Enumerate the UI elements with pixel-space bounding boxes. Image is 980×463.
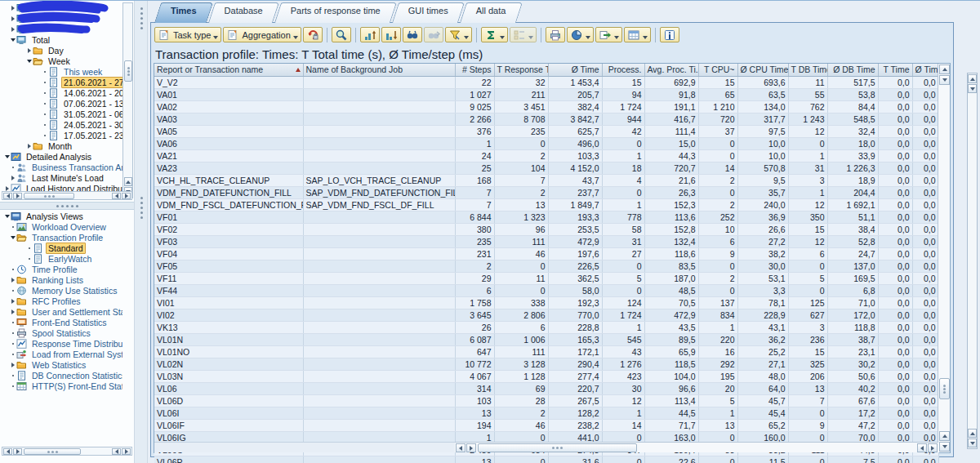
transaction-name-cell[interactable]: VI01 (154, 296, 303, 309)
grid-cell[interactable]: 27,1 (737, 358, 788, 370)
grid-cell[interactable]: 0,0 (912, 296, 938, 309)
workload-tree-item[interactable]: 14.06.2021 - 20.0 (2, 87, 122, 98)
grid-cell[interactable]: 0,0 (878, 370, 912, 382)
grid-cell[interactable]: 1 (698, 321, 737, 333)
transaction-name-cell[interactable]: VL06 (154, 382, 303, 394)
content-scroll-down-button[interactable] (968, 84, 977, 93)
expand-arrow-icon[interactable] (9, 27, 16, 32)
grid-cell[interactable]: 33,9 (827, 149, 878, 162)
grid-cell[interactable]: 46 (494, 247, 548, 260)
grid-cell[interactable]: 20 (698, 382, 737, 394)
grid-cell[interactable]: 770,0 (548, 309, 602, 321)
grid-cell[interactable]: 7 (455, 186, 494, 198)
grid-cell[interactable]: 2 (698, 272, 737, 284)
grid-row[interactable]: VL06IF19446238,21471,71365,2947,20,00,0 (154, 419, 938, 431)
grid-cell[interactable]: 29 (455, 272, 494, 284)
tree-scroll-right-button[interactable] (13, 193, 22, 199)
grid-cell[interactable]: 9 (788, 419, 827, 431)
grid-cell[interactable]: 1 849,7 (548, 198, 602, 211)
grid-row[interactable]: VL0631469220,73096,62064,01340,20,00,0 (154, 382, 938, 394)
grid-cell[interactable]: SAP_LO_VCH_TRACE_CLEANUP (303, 174, 455, 186)
grid-cell[interactable]: 472,9 (548, 235, 602, 247)
transaction-name-cell[interactable]: VA21 (154, 149, 303, 162)
column-header-4[interactable]: Ø Time (548, 64, 602, 76)
grid-scroll-left-button-2[interactable] (917, 443, 927, 452)
workload-tree-item[interactable]: This week (2, 66, 122, 77)
grid-cell[interactable]: 10,0 (737, 137, 788, 149)
grid-cell[interactable]: 0,0 (912, 260, 938, 272)
grid-cell[interactable]: 0,0 (912, 113, 938, 125)
grid-cell[interactable]: 91,8 (644, 88, 698, 100)
grid-cell[interactable]: 17,2 (827, 407, 878, 419)
grid-cell[interactable]: 0,0 (878, 260, 912, 272)
grid-row[interactable]: VL03N4 0671 128277,4423104,019548,020650… (154, 370, 938, 382)
grid-cell[interactable]: 55 (788, 88, 827, 100)
grid-cell[interactable] (303, 284, 455, 296)
collapse-arrow-icon[interactable] (25, 60, 33, 63)
grid-cell[interactable]: 10,0 (737, 149, 788, 162)
analysis-tree-horizontal-scrollbar[interactable] (2, 447, 132, 456)
grid-row[interactable]: VL02N10 7723 128290,41 276118,529227,132… (154, 358, 938, 370)
collapse-arrow-icon[interactable] (3, 215, 11, 218)
grid-cell[interactable]: 38,2 (737, 247, 788, 260)
grid-cell[interactable]: 220,7 (548, 382, 602, 394)
grid-cell[interactable]: 78,1 (737, 296, 788, 309)
grid-cell[interactable]: 6 087 (455, 333, 494, 345)
tree-hscrollbar-thumb[interactable] (24, 193, 74, 199)
grid-cell[interactable]: 0,0 (912, 370, 938, 382)
grid-cell[interactable] (303, 456, 455, 463)
workload-tree-item-redacted[interactable] (2, 2, 122, 13)
grid-cell[interactable]: 6 844 (455, 211, 494, 223)
grid-row[interactable]: VF0520226,5083,5030,00137,00,00,0 (154, 260, 938, 272)
grid-cell[interactable]: 10 (698, 223, 737, 235)
grid-cell[interactable]: 113,4 (644, 394, 698, 407)
grid-cell[interactable]: 27 (602, 247, 644, 260)
grid-cell[interactable]: 220 (698, 333, 737, 345)
grid-cell[interactable]: 0 (788, 456, 827, 463)
grid-cell[interactable]: 496,0 (548, 137, 602, 149)
grid-cell[interactable]: 517,5 (827, 76, 878, 88)
transaction-name-cell[interactable]: VA01 (154, 88, 303, 100)
grid-row[interactable]: VI023 6452 806770,01 724472,9834228,9627… (154, 309, 938, 321)
grid-cell[interactable] (303, 235, 455, 247)
grid-row[interactable]: VA21242103,3144,3010,0133,90,00,0 (154, 149, 938, 162)
grid-cell[interactable]: 6,8 (827, 284, 878, 296)
grid-cell[interactable]: 6 (494, 321, 548, 333)
grid-cell[interactable]: 2 (494, 186, 548, 198)
grid-row[interactable]: VA23251044 152,018720,714570,8311 226,30… (154, 162, 938, 174)
grid-cell[interactable] (303, 137, 455, 149)
analysis-tree-item[interactable]: Web Statistics (2, 359, 122, 370)
print-button[interactable] (546, 27, 565, 42)
grid-cell[interactable]: 0 (602, 186, 644, 198)
grid-cell[interactable]: 1 (602, 198, 644, 211)
grid-cell[interactable]: 2 806 (494, 309, 548, 321)
grid-cell[interactable]: 0 (602, 284, 644, 296)
grid-cell[interactable]: 0,0 (878, 321, 912, 333)
column-header-6[interactable]: Avg. Proc. Ti.. (644, 64, 698, 76)
grid-cell[interactable]: 211 (494, 88, 548, 100)
grid-cell[interactable]: 15 (698, 76, 737, 88)
collapse-arrow-icon[interactable] (9, 236, 16, 239)
transaction-name-cell[interactable]: VL01N (154, 333, 303, 345)
grid-cell[interactable]: 137 (698, 296, 737, 309)
tab-all-data[interactable]: All data (463, 2, 519, 23)
grid-cell[interactable]: 47,2 (827, 419, 878, 431)
grid-cell[interactable]: 13 (494, 198, 548, 211)
grid-row[interactable]: VL01NO647111172,14365,91625,21523,10,00,… (154, 345, 938, 358)
grid-cell[interactable]: 231 (455, 247, 494, 260)
grid-cell[interactable]: 0 (788, 260, 827, 272)
grid-cell[interactable]: SAP_VDM_FND_FSCL_DF_FILL (303, 198, 455, 211)
grid-cell[interactable]: 7 (788, 394, 827, 407)
grid-cell[interactable]: 350 (788, 211, 827, 223)
grid-cell[interactable]: 64,0 (737, 382, 788, 394)
grid-scroll-up-button[interactable] (939, 65, 950, 74)
grid-row[interactable]: VDM_FND_FSCL_DATEFUNCTION_FILLSAP_VDM_FN… (154, 198, 938, 211)
sidebar-horizontal-splitter[interactable] (0, 202, 134, 210)
expand-arrow-icon[interactable] (25, 144, 33, 149)
grid-cell[interactable]: 197,6 (548, 247, 602, 260)
grid-cell[interactable]: 42 (602, 125, 644, 137)
column-header-5[interactable]: Process. (602, 64, 644, 76)
grid-cell[interactable]: 1 724 (602, 100, 644, 113)
grid-cell[interactable]: 65,9 (644, 345, 698, 358)
column-header-1[interactable]: Name of Background Job (303, 64, 455, 76)
